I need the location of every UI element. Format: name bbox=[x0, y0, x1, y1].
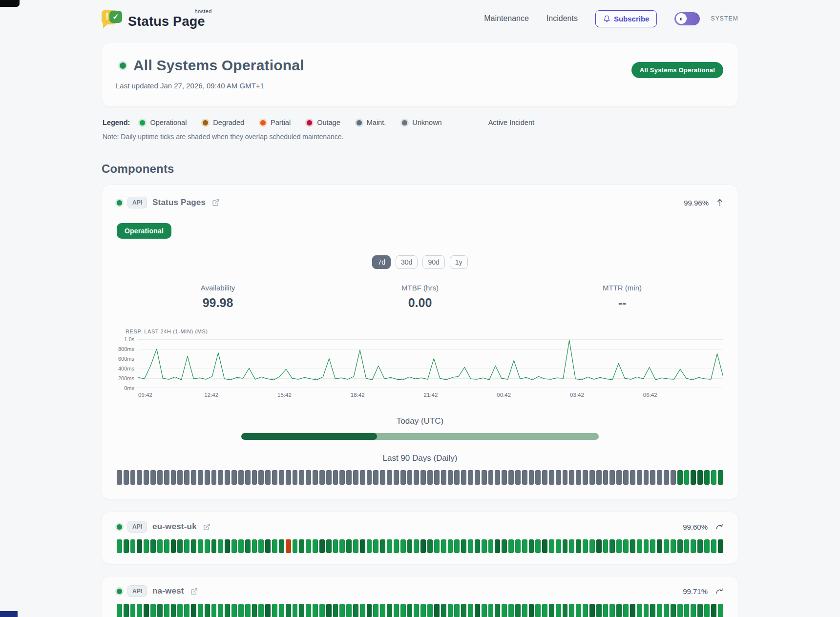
uptime-tick[interactable] bbox=[124, 539, 129, 553]
uptime-tick[interactable] bbox=[508, 470, 514, 485]
uptime-tick[interactable] bbox=[205, 470, 210, 485]
uptime-tick[interactable] bbox=[265, 470, 271, 485]
uptime-tick[interactable] bbox=[387, 539, 392, 553]
uptime-tick[interactable] bbox=[583, 604, 588, 617]
uptime-tick[interactable] bbox=[468, 470, 473, 485]
uptime-tick[interactable] bbox=[272, 539, 277, 553]
uptime-tick[interactable] bbox=[711, 539, 716, 553]
uptime-tick[interactable] bbox=[495, 539, 500, 553]
uptime-tick[interactable] bbox=[346, 604, 352, 617]
uptime-tick[interactable] bbox=[164, 470, 169, 485]
uptime-tick[interactable] bbox=[718, 539, 723, 553]
external-link-icon[interactable] bbox=[212, 199, 220, 206]
uptime-tick[interactable] bbox=[461, 470, 466, 485]
uptime-tick[interactable] bbox=[529, 604, 534, 617]
uptime-tick[interactable] bbox=[252, 539, 257, 553]
uptime-tick[interactable] bbox=[211, 470, 217, 485]
uptime-tick[interactable] bbox=[177, 604, 183, 617]
nav-incidents[interactable]: Incidents bbox=[546, 14, 578, 23]
uptime-tick[interactable] bbox=[205, 604, 210, 617]
uptime-tick[interactable] bbox=[454, 539, 460, 553]
uptime-tick[interactable] bbox=[353, 604, 358, 617]
uptime-tick[interactable] bbox=[616, 470, 622, 485]
uptime-tick[interactable] bbox=[535, 470, 541, 485]
uptime-tick[interactable] bbox=[198, 539, 203, 553]
uptime-tick[interactable] bbox=[117, 604, 122, 617]
uptime-tick[interactable] bbox=[495, 604, 500, 617]
uptime-tick[interactable] bbox=[454, 604, 460, 617]
uptime-tick[interactable] bbox=[339, 470, 345, 485]
uptime-tick[interactable] bbox=[704, 604, 710, 617]
uptime-tick[interactable] bbox=[184, 539, 189, 553]
uptime-tick[interactable] bbox=[191, 539, 196, 553]
uptime-tick[interactable] bbox=[198, 470, 203, 485]
uptime-tick[interactable] bbox=[502, 604, 507, 617]
uptime-tick[interactable] bbox=[630, 539, 635, 553]
uptime-tick[interactable] bbox=[272, 470, 277, 485]
uptime-tick[interactable] bbox=[252, 604, 257, 617]
uptime-tick[interactable] bbox=[407, 539, 413, 553]
uptime-tick[interactable] bbox=[157, 470, 163, 485]
uptime-tick[interactable] bbox=[576, 539, 581, 553]
uptime-tick[interactable] bbox=[691, 539, 696, 553]
uptime-tick[interactable] bbox=[231, 539, 237, 553]
uptime-tick[interactable] bbox=[367, 604, 372, 617]
uptime-tick[interactable] bbox=[522, 470, 527, 485]
uptime-tick[interactable] bbox=[589, 470, 595, 485]
uptime-tick[interactable] bbox=[177, 539, 183, 553]
uptime-tick[interactable] bbox=[346, 470, 352, 485]
uptime-tick[interactable] bbox=[515, 604, 521, 617]
uptime-tick[interactable] bbox=[373, 470, 378, 485]
uptime-tick[interactable] bbox=[630, 470, 635, 485]
uptime-tick[interactable] bbox=[711, 604, 716, 617]
uptime-tick[interactable] bbox=[150, 539, 156, 553]
uptime-tick[interactable] bbox=[130, 604, 136, 617]
uptime-tick[interactable] bbox=[400, 470, 406, 485]
uptime-tick[interactable] bbox=[387, 470, 392, 485]
expand-icon[interactable] bbox=[715, 523, 723, 530]
uptime-tick[interactable] bbox=[211, 604, 217, 617]
uptime-tick[interactable] bbox=[333, 470, 338, 485]
uptime-tick[interactable] bbox=[279, 470, 284, 485]
uptime-tick[interactable] bbox=[319, 470, 325, 485]
uptime-tick[interactable] bbox=[434, 539, 440, 553]
subscribe-button[interactable]: Subscribe bbox=[595, 10, 657, 27]
uptime-tick[interactable] bbox=[569, 470, 574, 485]
uptime-tick[interactable] bbox=[380, 539, 385, 553]
uptime-tick[interactable] bbox=[279, 539, 284, 553]
uptime-tick[interactable] bbox=[218, 539, 223, 553]
uptime-tick[interactable] bbox=[279, 604, 284, 617]
uptime-tick[interactable] bbox=[326, 470, 332, 485]
uptime-tick[interactable] bbox=[522, 539, 527, 553]
uptime-tick[interactable] bbox=[184, 470, 189, 485]
uptime-tick[interactable] bbox=[677, 604, 683, 617]
uptime-tick[interactable] bbox=[380, 470, 385, 485]
uptime-tick[interactable] bbox=[130, 539, 136, 553]
uptime-tick[interactable] bbox=[353, 539, 358, 553]
uptime-tick[interactable] bbox=[468, 539, 473, 553]
uptime-tick[interactable] bbox=[144, 604, 149, 617]
uptime-tick[interactable] bbox=[657, 604, 662, 617]
uptime-tick[interactable] bbox=[319, 539, 325, 553]
uptime-tick[interactable] bbox=[603, 604, 609, 617]
uptime-tick[interactable] bbox=[482, 470, 487, 485]
uptime-tick[interactable] bbox=[299, 539, 304, 553]
uptime-tick[interactable] bbox=[360, 539, 365, 553]
uptime-tick[interactable] bbox=[225, 539, 230, 553]
uptime-tick[interactable] bbox=[441, 470, 446, 485]
uptime-tick[interactable] bbox=[563, 470, 568, 485]
uptime-tick[interactable] bbox=[569, 539, 574, 553]
uptime-tick[interactable] bbox=[596, 470, 602, 485]
uptime-tick[interactable] bbox=[137, 539, 142, 553]
uptime-tick[interactable] bbox=[495, 470, 500, 485]
uptime-tick[interactable] bbox=[704, 470, 710, 485]
uptime-tick[interactable] bbox=[657, 470, 662, 485]
uptime-tick[interactable] bbox=[644, 539, 649, 553]
uptime-tick[interactable] bbox=[400, 604, 406, 617]
uptime-tick[interactable] bbox=[691, 470, 696, 485]
uptime-tick[interactable] bbox=[144, 539, 149, 553]
uptime-tick[interactable] bbox=[313, 470, 318, 485]
uptime-tick[interactable] bbox=[684, 470, 690, 485]
uptime-tick[interactable] bbox=[353, 470, 358, 485]
uptime-tick[interactable] bbox=[258, 470, 264, 485]
